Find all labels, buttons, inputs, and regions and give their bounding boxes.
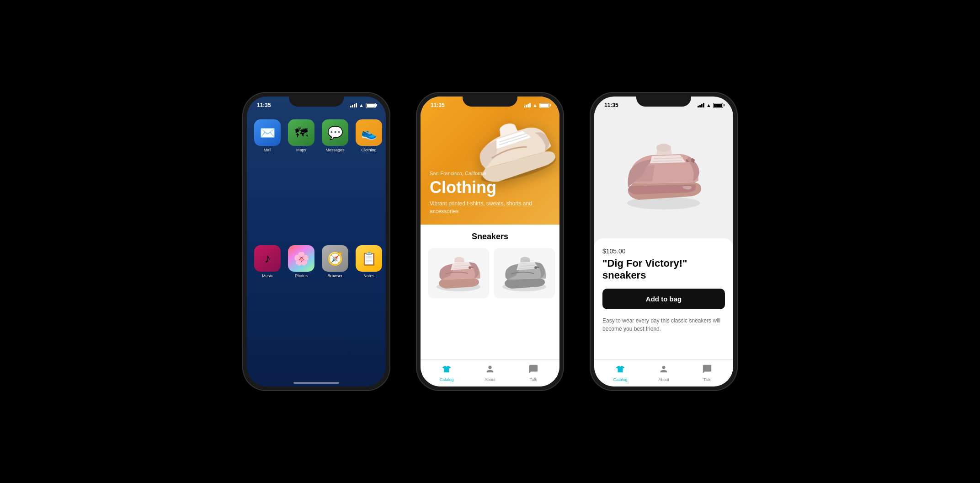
status-icons: ▲ bbox=[350, 102, 376, 108]
tab-bar-2: Catalog About bbox=[421, 359, 559, 386]
app-maps[interactable]: 🗺 Maps bbox=[288, 119, 314, 238]
chat-icon-3 bbox=[702, 364, 712, 376]
add-to-bag-button[interactable]: Add to bag bbox=[602, 289, 725, 309]
product-content: $105.00 "Dig For Victory!" sneakers Add … bbox=[594, 238, 733, 359]
battery-icon-3 bbox=[713, 103, 723, 108]
messages-app-label: Messages bbox=[325, 148, 344, 152]
sneakers-grid bbox=[428, 248, 552, 298]
home-indicator bbox=[247, 373, 386, 386]
hero-content: San-Francisco, California Clothing Vibra… bbox=[430, 171, 550, 215]
phone-1: 11:35 ▲ ✉️ Mail bbox=[243, 93, 389, 390]
tab-catalog-label-3: Catalog bbox=[613, 377, 628, 382]
photos-app-icon[interactable]: 🌸 bbox=[288, 245, 314, 272]
app-messages[interactable]: 💬 Messages bbox=[322, 119, 348, 238]
music-app-icon[interactable]: ♪ bbox=[254, 245, 281, 272]
maps-app-label: Maps bbox=[296, 148, 306, 152]
sneaker-card-gray[interactable] bbox=[494, 248, 555, 298]
product-name: "Dig For Victory!" sneakers bbox=[602, 258, 725, 281]
tab-about-label-3: About bbox=[658, 377, 669, 382]
app-mail[interactable]: ✉️ Mail bbox=[254, 119, 281, 238]
signal-icon-3 bbox=[698, 103, 704, 107]
tab-talk-label-2: Talk bbox=[530, 377, 537, 382]
tab-talk-3[interactable]: Talk bbox=[685, 364, 729, 382]
signal-icon-2 bbox=[524, 103, 531, 107]
tab-about-2[interactable]: About bbox=[469, 364, 512, 382]
catalog-screen: 11:35 ▲ bbox=[421, 97, 559, 386]
clothing-app-icon[interactable]: 👟 bbox=[356, 119, 382, 146]
status-bar-3: 11:35 ▲ bbox=[594, 97, 733, 110]
status-bar-2: 11:35 ▲ bbox=[421, 97, 559, 110]
status-bar-1: 11:35 ▲ bbox=[247, 97, 386, 110]
messages-app-icon[interactable]: 💬 bbox=[322, 119, 348, 146]
hero-subtitle: Vibrant printed t-shirts, sweats, shorts… bbox=[430, 200, 550, 215]
app-music[interactable]: ♪ Music bbox=[254, 245, 281, 364]
tab-talk-2[interactable]: Talk bbox=[511, 364, 555, 382]
mail-app-label: Mail bbox=[264, 148, 272, 152]
time-display-2: 11:35 bbox=[431, 102, 445, 108]
wifi-icon: ▲ bbox=[359, 102, 364, 108]
sneaker-gray-svg bbox=[499, 254, 549, 293]
tshirt-icon-3 bbox=[615, 364, 625, 376]
time-display-3: 11:35 bbox=[604, 102, 618, 108]
catalog-content: Sneakers bbox=[421, 225, 559, 359]
notes-app-icon[interactable]: 📋 bbox=[356, 245, 382, 272]
tab-catalog-2[interactable]: Catalog bbox=[425, 364, 469, 382]
tab-talk-label-3: Talk bbox=[703, 377, 711, 382]
tshirt-icon bbox=[442, 364, 452, 376]
svg-rect-12 bbox=[489, 366, 491, 366]
battery-icon bbox=[366, 103, 376, 108]
tab-catalog-3[interactable]: Catalog bbox=[599, 364, 642, 382]
app-browser[interactable]: 🧭 Browser bbox=[322, 245, 348, 364]
photos-app-label: Photos bbox=[295, 274, 308, 278]
signal-icon bbox=[350, 103, 357, 107]
battery-icon-2 bbox=[539, 103, 549, 108]
product-shoe-svg bbox=[618, 137, 709, 212]
wifi-icon-2: ▲ bbox=[533, 102, 538, 108]
time-display: 11:35 bbox=[257, 102, 271, 108]
svg-point-16 bbox=[656, 144, 671, 152]
app-clothing[interactable]: 👟 Clothing bbox=[356, 119, 382, 238]
hero-location: San-Francisco, California bbox=[430, 171, 550, 176]
browser-app-label: Browser bbox=[327, 274, 342, 278]
phone-3: 11:35 ▲ bbox=[591, 93, 737, 390]
status-icons-2: ▲ bbox=[524, 102, 549, 108]
hero-title: Clothing bbox=[430, 178, 550, 197]
maps-app-icon[interactable]: 🗺 bbox=[288, 119, 314, 146]
tab-about-3[interactable]: About bbox=[642, 364, 686, 382]
app-photos[interactable]: 🌸 Photos bbox=[288, 245, 314, 364]
home-screen: 11:35 ▲ ✉️ Mail bbox=[247, 97, 386, 386]
phone-2: 11:35 ▲ bbox=[417, 93, 563, 390]
chat-icon-2 bbox=[528, 364, 538, 376]
tab-catalog-label-2: Catalog bbox=[440, 377, 454, 382]
person-icon-3 bbox=[659, 364, 669, 376]
product-description: Easy to wear every day this classic snea… bbox=[602, 317, 725, 333]
product-price: $105.00 bbox=[602, 247, 725, 255]
person-icon-2 bbox=[485, 364, 495, 376]
tab-bar-3: Catalog About Talk bbox=[594, 359, 733, 386]
wifi-icon-3: ▲ bbox=[706, 102, 711, 108]
app-grid: ✉️ Mail 🗺 Maps 💬 Messages 👟 Clothing ♪ bbox=[247, 110, 386, 373]
notes-app-label: Notes bbox=[363, 274, 374, 278]
product-hero bbox=[594, 110, 733, 238]
browser-app-icon[interactable]: 🧭 bbox=[322, 245, 348, 272]
section-title: Sneakers bbox=[428, 232, 552, 242]
product-screen: 11:35 ▲ bbox=[594, 97, 733, 386]
music-app-label: Music bbox=[262, 274, 273, 278]
sneaker-pink-svg bbox=[433, 254, 484, 293]
sneaker-card-pink[interactable] bbox=[428, 248, 489, 298]
status-icons-3: ▲ bbox=[698, 102, 723, 108]
app-notes[interactable]: 📋 Notes bbox=[356, 245, 382, 364]
tab-about-label-2: About bbox=[485, 377, 495, 382]
catalog-hero: 11:35 ▲ bbox=[421, 97, 559, 225]
mail-app-icon[interactable]: ✉️ bbox=[254, 119, 281, 146]
home-bar bbox=[293, 382, 339, 384]
clothing-app-label: Clothing bbox=[361, 148, 376, 152]
